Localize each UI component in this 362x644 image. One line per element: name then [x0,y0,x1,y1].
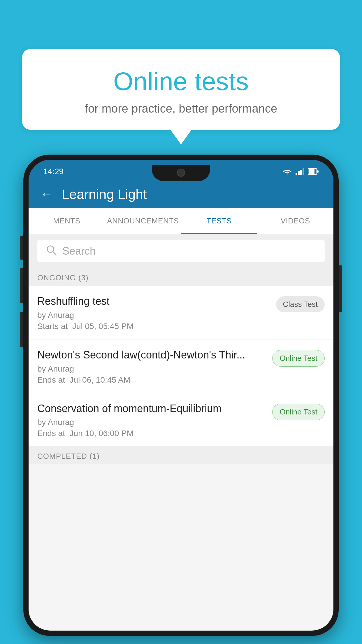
search-placeholder: Search [62,245,96,257]
bubble-title: Online tests [37,66,325,96]
test-by: by Anurag [37,311,270,320]
battery-icon [308,168,319,175]
completed-label: COMPLETED (1) [37,452,100,461]
status-time: 14:29 [43,167,64,176]
phone-notch [152,165,210,181]
speech-bubble: Online tests for more practice, better p… [22,49,340,130]
test-name: Reshuffling test [37,295,270,308]
tab-videos[interactable]: VIDEOS [257,208,334,234]
phone-btn-volume-mute [20,236,23,260]
test-date: Starts at Jul 05, 05:45 PM [37,322,270,331]
search-container: Search [29,234,333,268]
test-badge-online: Online Test [272,404,325,420]
signal-icon [296,168,304,175]
test-date: Ends at Jul 06, 10:45 AM [37,375,266,385]
svg-rect-1 [298,171,300,175]
completed-section-header: COMPLETED (1) [29,447,333,464]
test-item[interactable]: Newton's Second law(contd)-Newton's Thir… [29,340,333,393]
phone-outer: 14:29 [23,155,339,636]
bubble-subtitle: for more practice, better performance [37,102,325,115]
back-button[interactable]: ← [40,188,53,201]
phone-camera [177,169,185,177]
tab-announcements[interactable]: ANNOUNCEMENTS [105,208,181,234]
status-icons [282,168,319,175]
svg-rect-6 [317,170,319,173]
phone-screen: 14:29 [29,160,333,631]
test-info: Newton's Second law(contd)-Newton's Thir… [37,348,272,385]
test-badge-online: Online Test [272,350,325,367]
svg-line-8 [53,251,56,254]
wifi-icon [282,168,292,175]
tab-tests[interactable]: TESTS [181,208,257,234]
app-header: ← Learning Light [29,180,333,208]
test-by: by Anurag [37,364,266,374]
test-date: Ends at Jun 10, 06:00 PM [37,429,266,438]
test-name: Conservation of momentum-Equilibrium [37,402,266,416]
test-item[interactable]: Reshuffling test by Anurag Starts at Jul… [29,286,333,340]
search-bar[interactable]: Search [37,240,325,262]
svg-rect-0 [296,173,297,175]
phone-wrapper: 14:29 [23,155,339,644]
test-badge-class: Class Test [276,296,325,312]
test-name: Newton's Second law(contd)-Newton's Thir… [37,348,266,362]
ongoing-label: ONGOING (3) [37,273,89,282]
app-title: Learning Light [62,186,147,202]
search-icon [46,245,57,258]
tabs-bar: MENTS ANNOUNCEMENTS TESTS VIDEOS [29,208,333,234]
ongoing-section-header: ONGOING (3) [29,268,333,286]
phone-btn-volume-down [20,312,23,347]
test-item[interactable]: Conservation of momentum-Equilibrium by … [29,393,333,447]
phone-btn-power [339,265,342,312]
test-by: by Anurag [37,418,266,427]
test-info: Conservation of momentum-Equilibrium by … [37,402,272,438]
svg-rect-2 [300,170,302,175]
phone-btn-volume-up [20,268,23,303]
svg-rect-5 [309,169,314,174]
svg-rect-3 [303,168,304,175]
tests-list: Reshuffling test by Anurag Starts at Jul… [29,286,333,447]
test-info: Reshuffling test by Anurag Starts at Jul… [37,295,276,331]
tab-ments[interactable]: MENTS [29,208,105,234]
